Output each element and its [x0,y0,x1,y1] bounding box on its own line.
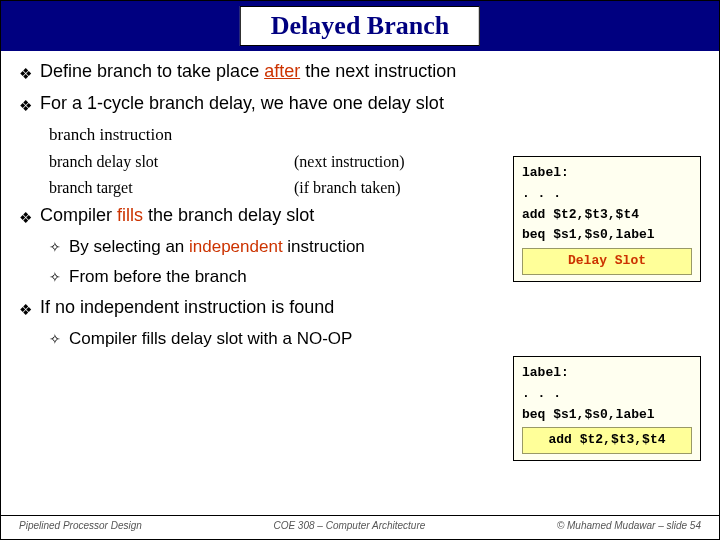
b2-text: For a 1-cycle branch delay, we have one … [40,93,444,114]
title-bar: Delayed Branch [1,1,719,51]
b3-post: the branch delay slot [143,205,314,225]
code2-l1: label: [522,363,692,384]
b4-text: If no independent instruction is found [40,297,334,318]
b1-after: after [264,61,300,81]
bullet-4: ❖ If no independent instruction is found [19,297,701,319]
b3-pre: Compiler [40,205,117,225]
b1-post: the next instruction [300,61,456,81]
code2-l2: . . . [522,384,692,405]
h3-text: Compiler fills delay slot with a NO-OP [69,329,352,349]
code2-l3: beq $s1,$s0,label [522,405,692,426]
s2a: branch delay slot [49,153,214,171]
s3a: branch target [49,179,214,197]
bullet-2: ❖ For a 1-cycle branch delay, we have on… [19,93,701,115]
hollow-diamond-icon: ✧ [49,239,61,255]
h1-red: independent [189,237,283,256]
diamond-icon: ❖ [19,65,32,83]
hollow-diamond-icon: ✧ [49,269,61,285]
h1-pre: By selecting an [69,237,189,256]
b3-fills: fills [117,205,143,225]
h2-text: From before the branch [69,267,247,287]
slide-title: Delayed Branch [240,6,480,46]
code1-l3: add $t2,$t3,$t4 [522,205,692,226]
diamond-icon: ❖ [19,301,32,319]
code-box-before: label: . . . add $t2,$t3,$t4 beq $s1,$s0… [513,156,701,282]
h1-post: instruction [283,237,365,256]
diamond-icon: ❖ [19,97,32,115]
code2-hl: add $t2,$t3,$t4 [522,427,692,454]
footer-mid: COE 308 – Computer Architecture [273,520,425,531]
diamond-icon: ❖ [19,209,32,227]
code-box-after: label: . . . beq $s1,$s0,label add $t2,$… [513,356,701,461]
sub-branch-instruction: branch instruction [49,125,701,145]
footer-right: © Muhamed Mudawar – slide 54 [557,520,701,531]
code1-l4: beq $s1,$s0,label [522,225,692,246]
s1: branch instruction [49,125,172,145]
bullet-1: ❖ Define branch to take place after the … [19,61,701,83]
s2b: (next instruction) [294,153,405,171]
hollow-diamond-icon: ✧ [49,331,61,347]
s3b: (if branch taken) [294,179,401,197]
sub-h3: ✧ Compiler fills delay slot with a NO-OP [49,329,701,349]
footer: Pipelined Processor Design COE 308 – Com… [1,515,719,531]
delay-slot-label: Delay Slot [522,248,692,275]
b1-pre: Define branch to take place [40,61,264,81]
footer-left: Pipelined Processor Design [19,520,142,531]
code1-l1: label: [522,163,692,184]
code1-l2: . . . [522,184,692,205]
